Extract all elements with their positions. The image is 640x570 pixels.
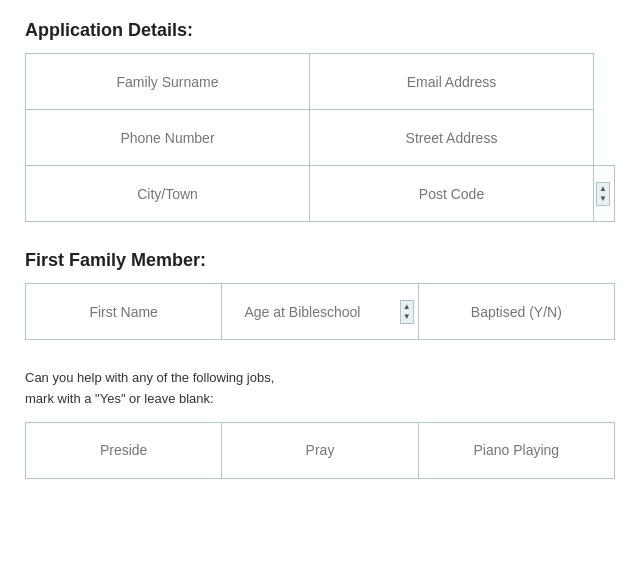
arrow-up-icon[interactable]: ▲ — [403, 302, 411, 312]
pray-cell[interactable] — [222, 422, 418, 478]
piano-playing-input[interactable] — [419, 423, 614, 478]
family-surname-cell[interactable] — [26, 54, 310, 110]
post-code-cell[interactable] — [310, 166, 594, 222]
table-row — [26, 422, 615, 478]
pray-input[interactable] — [222, 423, 417, 478]
arrow-down-icon[interactable]: ▼ — [403, 312, 411, 322]
first-name-cell[interactable] — [26, 284, 222, 340]
piano-playing-cell[interactable] — [418, 422, 614, 478]
city-town-input[interactable] — [26, 166, 309, 221]
section-first-member: First Family Member: ▲ ▼ — [25, 250, 615, 479]
age-at-bibleschool-input[interactable] — [222, 284, 417, 339]
city-town-cell[interactable] — [26, 166, 310, 222]
email-address-input[interactable] — [310, 54, 593, 109]
member-table: ▲ ▼ — [25, 283, 615, 340]
post-code-input[interactable] — [310, 166, 593, 221]
table-row — [26, 54, 615, 110]
age-arrows[interactable]: ▲ ▼ — [400, 300, 414, 324]
arrow-up-icon[interactable]: ▲ — [599, 184, 607, 194]
section-application: Application Details: — [25, 20, 615, 222]
preside-input[interactable] — [26, 423, 221, 478]
table-row: ▲ ▼ — [26, 284, 615, 340]
street-address-input[interactable] — [310, 110, 593, 165]
first-name-input[interactable] — [26, 284, 221, 339]
baptised-cell[interactable] — [418, 284, 614, 340]
family-size-spinner[interactable]: ▲ ▼ — [594, 166, 614, 221]
age-at-bibleschool-cell[interactable]: ▲ ▼ — [222, 284, 418, 340]
table-row — [26, 110, 615, 166]
phone-number-cell[interactable] — [26, 110, 310, 166]
age-spinner[interactable]: ▲ ▼ — [222, 284, 417, 339]
arrow-down-icon[interactable]: ▼ — [599, 194, 607, 204]
application-title: Application Details: — [25, 20, 615, 41]
hint-text: Can you help with any of the following j… — [25, 368, 615, 410]
phone-number-input[interactable] — [26, 110, 309, 165]
first-member-title: First Family Member: — [25, 250, 615, 271]
preside-cell[interactable] — [26, 422, 222, 478]
baptised-input[interactable] — [419, 284, 614, 339]
family-surname-input[interactable] — [26, 54, 309, 109]
application-table: ▲ ▼ — [25, 53, 615, 222]
street-address-cell[interactable] — [310, 110, 594, 166]
table-row: ▲ ▼ — [26, 166, 615, 222]
jobs-table — [25, 422, 615, 479]
family-size-cell[interactable]: ▲ ▼ — [594, 166, 615, 222]
email-address-cell[interactable] — [310, 54, 594, 110]
family-size-arrows[interactable]: ▲ ▼ — [596, 182, 610, 206]
